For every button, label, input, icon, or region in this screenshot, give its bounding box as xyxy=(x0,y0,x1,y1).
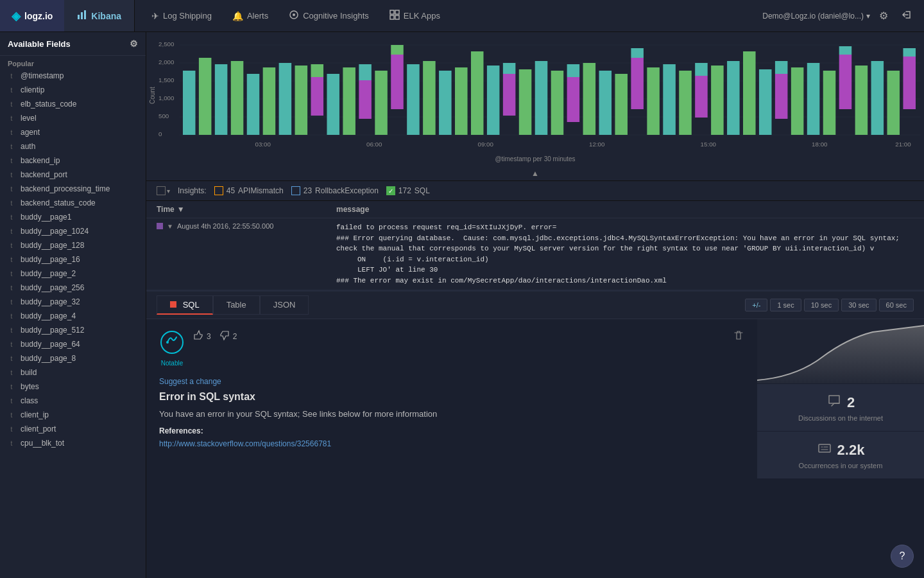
svg-rect-37 xyxy=(391,45,404,55)
sidebar-item-build[interactable]: t build xyxy=(0,365,146,380)
elk-apps-icon xyxy=(389,10,400,22)
sidebar-item-buddy-page-16[interactable]: t buddy__page_16 xyxy=(0,252,146,267)
svg-rect-50 xyxy=(567,64,580,77)
sidebar-item-class[interactable]: t class xyxy=(0,394,146,408)
svg-rect-41 xyxy=(455,67,468,135)
api-mismatch-checkbox[interactable] xyxy=(214,186,223,195)
kibana-label: Kibana xyxy=(91,11,121,21)
sql-checkbox[interactable]: ✓ xyxy=(386,186,395,195)
svg-rect-53 xyxy=(615,74,628,135)
sidebar-item-client-ip[interactable]: t client_ip xyxy=(0,408,146,422)
log-row-expand-button[interactable]: ▼ xyxy=(167,223,173,230)
reference-link[interactable]: http://www.stackoverflow.com/questions/3… xyxy=(159,439,331,448)
sidebar-item-backend-ip[interactable]: t backend_ip xyxy=(0,153,146,168)
detail-content: Notable 3 xyxy=(146,319,924,478)
tab-table[interactable]: Table xyxy=(213,295,260,315)
time-30sec-button[interactable]: 30 sec xyxy=(841,299,876,311)
sidebar-gear-button[interactable]: ⚙ xyxy=(130,39,138,49)
kibana-tab[interactable]: Kibana xyxy=(64,0,135,31)
svg-rect-59 xyxy=(695,76,708,118)
user-menu[interactable]: Demo@Logz.io (daniel@lo...) ▾ xyxy=(762,12,870,21)
help-button[interactable]: ? xyxy=(891,545,914,568)
sidebar-item-buddy-page-4[interactable]: t buddy__page_4 xyxy=(0,309,146,323)
svg-text:09:00: 09:00 xyxy=(478,141,493,148)
sidebar-item-bytes[interactable]: t bytes xyxy=(0,380,146,394)
sidebar-item-buddy-page-32[interactable]: t buddy__page_32 xyxy=(0,295,146,309)
kibana-icon xyxy=(77,10,87,22)
discussions-label: Discussions on the internet xyxy=(798,414,883,422)
nav-item-cognitive-insights[interactable]: Cognitive Insights xyxy=(280,6,378,26)
column-header-time[interactable]: Time ▼ xyxy=(157,205,336,214)
sidebar-item-elb-status-code[interactable]: t elb_status_code xyxy=(0,97,146,111)
time-10sec-button[interactable]: 10 sec xyxy=(804,299,839,311)
insight-item-rollback-exception[interactable]: 23 RollbackException xyxy=(291,186,379,195)
api-mismatch-label: APIMismatch xyxy=(238,186,284,195)
sql-count: 172 xyxy=(398,186,411,195)
log-shipping-icon: ✈ xyxy=(151,11,159,21)
sidebar-item-timestamp[interactable]: t @timestamp xyxy=(0,69,146,83)
svg-rect-58 xyxy=(679,71,692,135)
table-header: Time ▼ message xyxy=(146,201,924,218)
svg-text:12:00: 12:00 xyxy=(589,141,604,148)
sidebar-item-backend-port[interactable]: t backend_port xyxy=(0,168,146,182)
sidebar-item-level[interactable]: t level xyxy=(0,111,146,125)
sidebar-item-client-port[interactable]: t client_port xyxy=(0,422,146,436)
rollback-exception-checkbox[interactable] xyxy=(291,186,300,195)
sidebar-item-buddy-page-512[interactable]: t buddy__page_512 xyxy=(0,323,146,337)
delete-button[interactable] xyxy=(733,329,744,344)
time-1sec-button[interactable]: 1 sec xyxy=(770,299,801,311)
svg-rect-52 xyxy=(599,71,612,135)
thumbs-up-button[interactable]: 3 xyxy=(193,329,211,344)
main-layout: Available Fields ⚙ Popular t @timestamp … xyxy=(0,32,924,578)
sidebar-item-buddy-page-8[interactable]: t buddy__page_8 xyxy=(0,351,146,365)
master-checkbox-dropdown[interactable]: ▾ xyxy=(167,188,170,195)
svg-text:1,500: 1,500 xyxy=(158,77,174,83)
sidebar-item-buddy-page1[interactable]: t buddy__page1 xyxy=(0,210,146,224)
svg-text:2,000: 2,000 xyxy=(158,59,174,66)
svg-rect-62 xyxy=(727,61,740,135)
logout-button[interactable] xyxy=(897,5,916,27)
master-checkbox[interactable] xyxy=(157,186,166,195)
svg-rect-8 xyxy=(395,15,399,19)
svg-rect-21 xyxy=(183,71,196,135)
tab-json[interactable]: JSON xyxy=(260,295,309,315)
svg-rect-7 xyxy=(390,15,394,19)
sidebar-item-buddy-page-256[interactable]: t buddy__page_256 xyxy=(0,281,146,295)
sidebar-item-backend-processing-time[interactable]: t backend_processing_time xyxy=(0,182,146,196)
nav-item-elk-apps[interactable]: ELK Apps xyxy=(381,6,449,26)
insight-item-sql[interactable]: ✓ 172 SQL xyxy=(386,186,430,195)
sidebar-item-backend-status-code[interactable]: t backend_status_code xyxy=(0,196,146,210)
nav-item-alerts[interactable]: 🔔 Alerts xyxy=(223,7,277,25)
svg-rect-67 xyxy=(791,67,804,135)
sidebar-item-auth-label: auth xyxy=(21,142,35,151)
sidebar-item-buddy-page-128[interactable]: t buddy__page_128 xyxy=(0,238,146,252)
suggest-change-link[interactable]: Suggest a change xyxy=(159,377,744,386)
sidebar-item-bytes-label: bytes xyxy=(21,382,39,391)
sidebar-item-agent[interactable]: t agent xyxy=(0,125,146,139)
sidebar-item-buddy-page-64[interactable]: t buddy__page_64 xyxy=(0,337,146,351)
svg-rect-2 xyxy=(84,10,86,19)
settings-button[interactable]: ⚙ xyxy=(875,6,892,26)
sidebar-item-cpu-blk-tot[interactable]: t cpu__blk_tot xyxy=(0,436,146,450)
sidebar-item-auth[interactable]: t auth xyxy=(0,139,146,153)
tab-sql[interactable]: SQL xyxy=(157,295,213,315)
logo[interactable]: ◈ logz.io xyxy=(0,0,64,31)
class-type-icon: t xyxy=(8,398,15,405)
svg-rect-22 xyxy=(199,58,212,135)
sidebar-item-build-label: build xyxy=(21,368,37,377)
sidebar-item-clientip[interactable]: t clientip xyxy=(0,83,146,97)
svg-rect-57 xyxy=(663,64,676,135)
nav-item-log-shipping[interactable]: ✈ Log Shipping xyxy=(142,7,221,25)
log-row-time: August 4th 2016, 22:55:50.000 xyxy=(177,222,273,230)
master-checkbox-wrap[interactable]: ▾ xyxy=(157,186,170,195)
sidebar-item-buddy-page-1024[interactable]: t buddy__page_1024 xyxy=(0,224,146,238)
time-60sec-button[interactable]: 60 sec xyxy=(879,299,914,311)
chart-collapse-button[interactable]: ▲ xyxy=(146,166,924,180)
nav-item-alerts-label: Alerts xyxy=(247,11,268,21)
sidebar-item-buddy-page-4-label: buddy__page_4 xyxy=(21,311,76,320)
thumbs-down-button[interactable]: 2 xyxy=(219,329,237,344)
column-header-message: message xyxy=(336,205,914,214)
insights-bar: ▾ Insights: 45 APIMismatch 23 RollbackEx… xyxy=(146,181,924,201)
insight-item-api-mismatch[interactable]: 45 APIMismatch xyxy=(214,186,284,195)
sidebar-item-buddy-page-2[interactable]: t buddy__page_2 xyxy=(0,267,146,281)
